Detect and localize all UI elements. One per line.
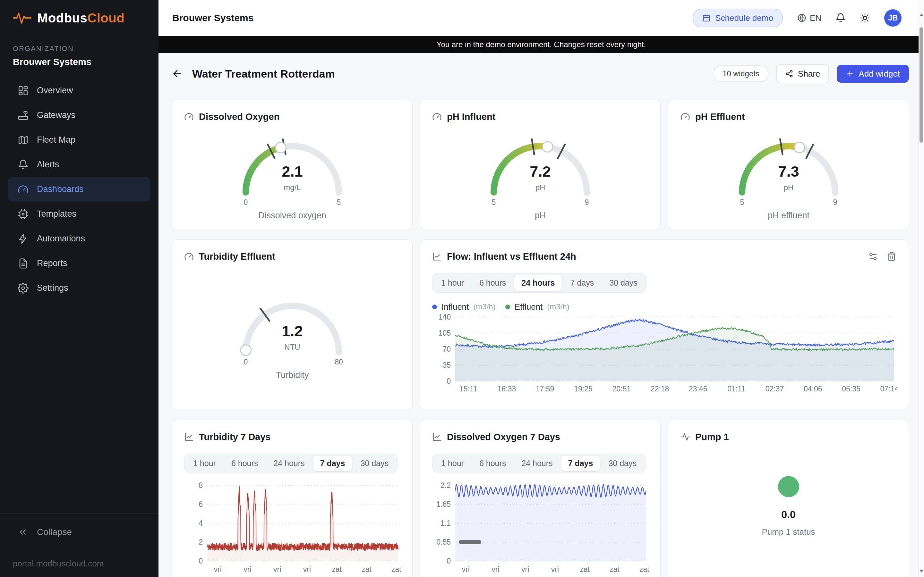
calendar-icon <box>702 14 711 22</box>
widget-header: Turbidity 7 Days <box>184 431 400 443</box>
brand-logo[interactable]: ModbusCloud <box>0 0 158 36</box>
widget-title: Pump 1 <box>695 432 729 442</box>
widget-settings-icon[interactable] <box>868 251 878 261</box>
scrollbar-up-arrow[interactable] <box>919 13 923 16</box>
add-widget-button[interactable]: Add widget <box>837 65 909 83</box>
widget-delete-trash-icon[interactable] <box>887 251 897 261</box>
cog-icon <box>18 283 29 293</box>
sidebar-item-gateways[interactable]: Gateways <box>8 103 150 127</box>
sidebar-menu: OverviewGatewaysFleet MapAlertsDashboard… <box>0 78 158 300</box>
sidebar-item-settings[interactable]: Settings <box>8 276 150 300</box>
widget-actions <box>868 251 897 261</box>
pump-label: Pump 1 status <box>762 527 815 537</box>
sidebar-item-overview[interactable]: Overview <box>8 78 150 103</box>
svg-text:0: 0 <box>447 377 451 385</box>
time-range-1-hour[interactable]: 1 hour <box>186 456 223 471</box>
svg-text:vri: vri <box>214 565 222 574</box>
time-range-30-days[interactable]: 30 days <box>602 275 645 291</box>
sidebar-item-label: Automations <box>37 234 85 243</box>
time-range-7-days[interactable]: 7 days <box>563 275 601 291</box>
page-header-actions: 10 widgets Share Add widget <box>714 64 909 83</box>
sidebar-item-fleet-map[interactable]: Fleet Map <box>8 127 150 152</box>
sidebar-item-dashboards[interactable]: Dashboards <box>8 177 150 201</box>
sidebar-item-automations[interactable]: Automations <box>8 226 150 251</box>
time-range-24-hours[interactable]: 24 hours <box>266 456 312 471</box>
organization-name: Brouwer Systems <box>13 57 145 67</box>
svg-text:vri: vri <box>303 565 311 574</box>
svg-text:0: 0 <box>244 358 248 366</box>
widget-title: pH Effluent <box>695 111 745 122</box>
svg-text:mg/L: mg/L <box>284 183 300 192</box>
widget-title: Dissolved Oxygen <box>199 111 279 122</box>
widget-flow-chart: Flow: Influent vs Effluent 24h 1 hour6 h… <box>420 239 909 410</box>
pump-value: 0.0 <box>781 509 795 521</box>
svg-text:20:51: 20:51 <box>612 385 631 393</box>
time-range-1-hour[interactable]: 1 hour <box>434 275 471 291</box>
widget-turbidity-effluent: Turbidity Effluent 1.2NTU080Turbidity <box>172 239 413 410</box>
svg-text:pH: pH <box>535 183 545 192</box>
widgets-count-badge: 10 widgets <box>714 65 768 82</box>
schedule-demo-label: Schedule demo <box>715 13 773 23</box>
organization-block: ORGANIZATION Brouwer Systems <box>0 36 158 71</box>
time-range-1-hour[interactable]: 1 hour <box>434 456 471 471</box>
pump-status-body: 0.0 Pump 1 status <box>680 443 897 537</box>
svg-text:17:59: 17:59 <box>536 385 554 393</box>
legend-series-name: Effluent <box>515 302 543 312</box>
time-range-6-hours[interactable]: 6 hours <box>472 275 513 291</box>
sidebar-item-label: Settings <box>37 283 68 293</box>
svg-text:2: 2 <box>199 538 203 546</box>
sidebar-item-templates[interactable]: Templates <box>8 201 150 226</box>
plus-icon <box>846 69 854 78</box>
time-range-30-days[interactable]: 30 days <box>353 456 396 471</box>
svg-text:vri: vri <box>244 565 251 574</box>
sidebar-item-alerts[interactable]: Alerts <box>8 152 150 177</box>
share-button[interactable]: Share <box>776 64 829 83</box>
widget-pump-1: Pump 1 0.0 Pump 1 status <box>668 420 909 577</box>
user-avatar[interactable]: JB <box>884 9 901 27</box>
share-label: Share <box>798 69 820 79</box>
time-range-24-hours[interactable]: 24 hours <box>514 456 559 471</box>
time-range-24-hours[interactable]: 24 hours <box>514 275 562 291</box>
widget-ph-effluent: pH Effluent 7.3pH59pH effluent <box>668 100 909 230</box>
svg-text:0.55: 0.55 <box>436 538 451 546</box>
brand-name-secondary: Cloud <box>87 11 124 25</box>
svg-text:02:37: 02:37 <box>766 385 784 393</box>
time-range-30-days[interactable]: 30 days <box>601 456 644 471</box>
topbar-title: Brouwer Systems <box>172 13 254 23</box>
pulse-logo-icon <box>13 11 31 25</box>
sidebar: ModbusCloud ORGANIZATION Brouwer Systems… <box>0 0 158 577</box>
gauge-icon <box>18 184 29 195</box>
svg-text:zat: zat <box>610 565 620 574</box>
time-range-7-days[interactable]: 7 days <box>561 456 600 471</box>
sidebar-item-label: Templates <box>37 209 76 219</box>
gauge-icon <box>184 251 194 261</box>
page-title: Water Treatment Rotterdam <box>192 68 335 80</box>
router-icon <box>18 110 29 121</box>
time-range-7-days[interactable]: 7 days <box>313 456 352 471</box>
theme-toggle-sun-icon[interactable] <box>860 13 870 23</box>
notifications-bell-icon[interactable] <box>835 13 846 23</box>
sidebar-collapse-button[interactable]: Collapse <box>0 513 158 550</box>
widget-header: Dissolved Oxygen 7 Days <box>432 431 648 443</box>
svg-text:vri: vri <box>521 565 529 574</box>
schedule-demo-button[interactable]: Schedule demo <box>693 9 783 27</box>
page-scrollbar[interactable] <box>919 0 924 577</box>
widget-title: Turbidity 7 Days <box>199 432 270 442</box>
svg-text:140: 140 <box>439 314 451 321</box>
scrollbar-down-arrow[interactable] <box>919 570 923 572</box>
svg-text:23:46: 23:46 <box>689 385 708 393</box>
svg-text:9: 9 <box>833 198 837 206</box>
widget-title: pH Influent <box>447 111 495 122</box>
language-selector[interactable]: EN <box>797 13 821 23</box>
portal-domain-text: portal.modbuscloud.com <box>13 559 103 569</box>
widget-header: Turbidity Effluent <box>184 251 400 262</box>
sidebar-item-reports[interactable]: Reports <box>8 251 150 276</box>
time-range-6-hours[interactable]: 6 hours <box>472 456 513 471</box>
chevrons-left-icon <box>18 527 28 537</box>
back-button[interactable] <box>172 67 186 81</box>
time-range-6-hours[interactable]: 6 hours <box>224 456 265 471</box>
flow-chart: 1401057035015:1116:3317:5919:2520:5122:1… <box>432 314 897 396</box>
scrollbar-thumb[interactable] <box>919 27 923 143</box>
svg-text:05:35: 05:35 <box>842 385 861 393</box>
svg-text:16:33: 16:33 <box>498 385 516 393</box>
